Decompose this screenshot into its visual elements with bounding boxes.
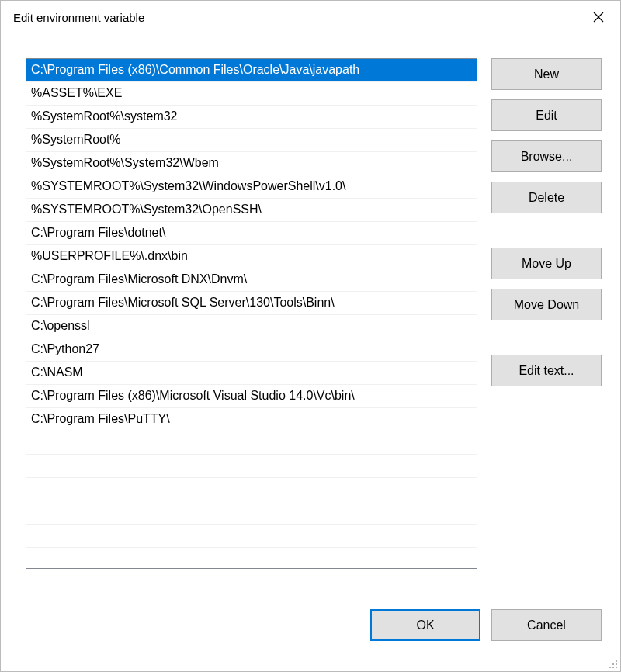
dialog-body: C:\Program Files (x86)\Common Files\Orac…: [1, 33, 620, 609]
list-item[interactable]: .: [26, 525, 477, 548]
list-item[interactable]: C:\Python27: [26, 338, 477, 362]
list-item[interactable]: .: [26, 455, 477, 478]
list-item[interactable]: C:\Program Files (x86)\Microsoft Visual …: [26, 385, 477, 408]
list-item[interactable]: C:\Program Files\Microsoft DNX\Dnvm\: [26, 268, 477, 292]
list-item[interactable]: C:\Program Files\PuTTY\: [26, 408, 477, 431]
list-item[interactable]: C:\Program Files\dotnet\: [26, 222, 477, 245]
side-button-column: New Edit Browse... Delete Move Up Move D…: [491, 58, 602, 597]
list-item[interactable]: %SYSTEMROOT%\System32\OpenSSH\: [26, 199, 477, 222]
list-item[interactable]: %ASSET%\EXE: [26, 82, 477, 106]
list-item[interactable]: %USERPROFILE%\.dnx\bin: [26, 245, 477, 268]
close-icon: [593, 12, 604, 23]
window-title: Edit environment variable: [13, 11, 144, 24]
list-item[interactable]: .: [26, 478, 477, 501]
move-down-button[interactable]: Move Down: [491, 289, 602, 320]
ok-button[interactable]: OK: [370, 609, 480, 641]
path-listbox[interactable]: C:\Program Files (x86)\Common Files\Orac…: [26, 58, 477, 569]
list-item[interactable]: .: [26, 548, 477, 569]
bottom-button-bar: OK Cancel: [1, 609, 620, 656]
delete-button[interactable]: Delete: [491, 182, 602, 213]
list-item[interactable]: %SystemRoot%\system32: [26, 106, 477, 129]
list-item[interactable]: %SystemRoot%\System32\Wbem: [26, 152, 477, 175]
close-button[interactable]: [577, 1, 620, 33]
list-item[interactable]: .: [26, 431, 477, 455]
edit-button[interactable]: Edit: [491, 99, 602, 131]
resize-grip-icon[interactable]: [607, 658, 618, 669]
list-item[interactable]: %SYSTEMROOT%\System32\WindowsPowerShell\…: [26, 175, 477, 199]
edit-text-button[interactable]: Edit text...: [491, 355, 602, 386]
list-item[interactable]: C:\NASM: [26, 362, 477, 385]
cancel-button[interactable]: Cancel: [491, 609, 602, 641]
move-up-button[interactable]: Move Up: [491, 248, 602, 279]
list-item[interactable]: %SystemRoot%: [26, 129, 477, 152]
list-item[interactable]: C:\openssl: [26, 315, 477, 338]
new-button[interactable]: New: [491, 58, 602, 90]
browse-button[interactable]: Browse...: [491, 140, 602, 172]
list-item[interactable]: C:\Program Files\Microsoft SQL Server\13…: [26, 292, 477, 315]
titlebar: Edit environment variable: [1, 1, 620, 33]
list-item[interactable]: .: [26, 501, 477, 525]
list-item[interactable]: C:\Program Files (x86)\Common Files\Orac…: [26, 59, 477, 82]
